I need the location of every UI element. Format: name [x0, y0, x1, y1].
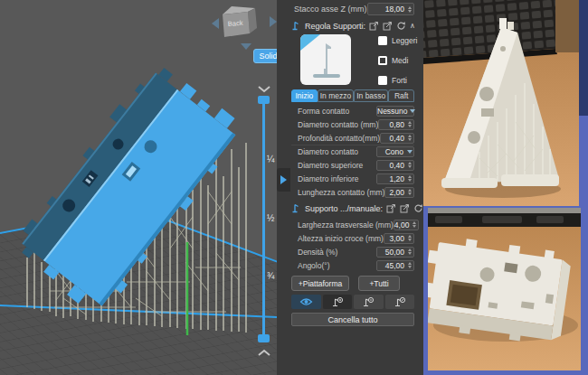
import-settings-icon[interactable]	[369, 21, 379, 31]
import-settings-icon[interactable]	[386, 203, 396, 213]
photo-printed-part-with-supports	[423, 0, 588, 206]
diametro-contatto-input[interactable]: 0,80	[378, 119, 414, 130]
tab-raft[interactable]: Raft	[388, 89, 414, 102]
layer-slider-handle-bottom[interactable]	[258, 334, 270, 342]
export-settings-icon[interactable]	[400, 203, 410, 213]
spinner-icon[interactable]	[406, 262, 413, 268]
lunghezza-contatto-input[interactable]: 2,00	[384, 187, 414, 198]
field-row: Larghezza trasversale (mm) 4,00	[291, 218, 414, 231]
build-scene[interactable]	[0, 0, 277, 375]
manual-section-title: Supporto .../manuale:	[305, 204, 383, 213]
diametro-superiore-input[interactable]: 0,40	[376, 160, 414, 171]
panel-collapse-button[interactable]	[277, 168, 290, 192]
field-row: Lunghezza contatto (mm) 2,00	[291, 185, 414, 199]
collapse-section-icon[interactable]: ∧	[410, 22, 415, 30]
diametro-inferiore-input[interactable]: 1,20	[376, 173, 414, 184]
support-icon	[291, 203, 301, 213]
spinner-icon[interactable]	[406, 162, 413, 168]
checkbox-leggeri[interactable]	[378, 36, 387, 45]
add-support-actions: +Piattaforma +Tutti	[291, 276, 414, 291]
weight-option-strong[interactable]: Forti	[378, 76, 417, 85]
supports-section-header: Regola Supporti: ∧	[291, 18, 414, 33]
weight-option-medium[interactable]: Medi	[378, 56, 417, 65]
add-support-tool-button[interactable]	[323, 295, 353, 309]
spinner-icon[interactable]	[406, 175, 413, 182]
layer-slider-track[interactable]	[262, 103, 265, 338]
support-section-tabs: Inizio In mezzo In basso Raft	[291, 89, 414, 102]
diametro-contatto-select[interactable]: Cono	[376, 146, 414, 157]
field-row: Altezza inizio croce (mm) 3,00	[291, 231, 414, 245]
angolo-input[interactable]: 45,00	[376, 260, 414, 271]
tab-in-basso[interactable]: In basso	[354, 89, 388, 102]
slider-label-half: ½	[267, 213, 274, 223]
reset-settings-icon[interactable]	[413, 203, 423, 213]
checkbox-medi[interactable]	[378, 56, 387, 65]
support-icon	[291, 21, 301, 31]
support-settings-panel: Stacco asse Z (mm) 18,00 Regola Supporti…	[277, 0, 423, 375]
remove-support-icon	[362, 296, 375, 308]
slider-chevron-up-icon[interactable]	[257, 349, 271, 357]
nav-cube[interactable]: Back	[206, 0, 277, 54]
manual-section-header: Supporto .../manuale: ∧	[291, 201, 414, 216]
rotate-left-arrow-icon	[212, 18, 219, 29]
export-settings-icon[interactable]	[383, 21, 393, 31]
slider-label-quarter: ¼	[267, 155, 274, 164]
eye-icon	[299, 297, 313, 306]
field-row: Diametro inferiore 1,20	[291, 172, 414, 185]
reset-settings-icon[interactable]	[396, 21, 406, 31]
spinner-icon[interactable]	[406, 135, 413, 141]
support-tools	[291, 295, 414, 309]
delete-support-icon	[394, 296, 406, 308]
add-all-supports-button[interactable]: +Tutti	[358, 276, 400, 291]
altezza-inizio-croce-input[interactable]: 3,00	[384, 233, 414, 244]
view-mode-button[interactable]: Solido	[253, 49, 277, 63]
profondita-contatto-input[interactable]: 0,40	[380, 133, 414, 144]
reference-photos	[423, 0, 588, 375]
field-row: Diametro superiore 0,40	[291, 158, 414, 172]
contact-fields: Forma contatto Nessuno Diametro contatto…	[291, 104, 414, 199]
chevron-down-icon	[405, 150, 413, 154]
weight-option-light[interactable]: Leggeri	[378, 36, 417, 45]
edit-support-tool-button[interactable]	[354, 295, 384, 309]
chevron-down-icon	[410, 109, 415, 113]
field-row: Profondità contatto(mm) 0,40	[291, 131, 414, 145]
rotate-right-arrow-icon	[270, 16, 277, 27]
support-type-body: Leggeri Medi Forti	[291, 34, 414, 89]
supports-section-title: Regola Supporti:	[305, 22, 365, 31]
manual-fields: Larghezza trasversale (mm) 4,00 Altezza …	[291, 218, 414, 272]
spinner-icon[interactable]	[406, 248, 413, 255]
z-detach-label: Stacco asse Z (mm)	[291, 5, 367, 14]
delete-support-tool-button[interactable]	[385, 295, 415, 309]
nav-cube-face-label: Back	[228, 19, 244, 28]
slicer-app: Back Solido ¼ ½ ¾ Stacco asse Z (mm) 18,…	[0, 0, 588, 375]
slider-chevron-down-icon[interactable]	[257, 85, 271, 93]
add-support-icon	[331, 296, 344, 308]
keyboard-in-photo	[423, 0, 561, 58]
photo-printed-part-flat	[428, 208, 581, 370]
rotate-down-arrow-icon	[241, 43, 251, 50]
spinner-icon[interactable]	[406, 235, 413, 241]
larghezza-trasversale-input[interactable]: 4,00	[394, 220, 420, 230]
spinner-icon[interactable]	[406, 121, 413, 127]
densita-input[interactable]: 50,00	[376, 247, 414, 258]
clear-all-supports-button[interactable]: Cancella tutto	[291, 313, 414, 326]
tab-in-mezzo[interactable]: In mezzo	[318, 89, 355, 102]
forma-contatto-select[interactable]: Nessuno	[376, 106, 414, 117]
spinner-icon[interactable]	[411, 221, 418, 228]
field-row: Densità (%) 50,00	[291, 245, 414, 258]
support-preview-thumbnail	[300, 34, 351, 85]
field-row: Angolo(°) 45,00	[291, 258, 414, 272]
z-detach-input[interactable]: 18,00	[367, 3, 414, 15]
spinner-icon[interactable]	[406, 6, 413, 13]
field-row: Diametro contatto (mm) 0,80	[291, 117, 414, 131]
slider-label-three-quarter: ¾	[267, 271, 274, 281]
tab-inizio[interactable]: Inizio	[291, 89, 318, 102]
layer-slider-handle-top[interactable]	[258, 96, 270, 104]
spinner-icon[interactable]	[406, 189, 413, 195]
z-detach-row: Stacco asse Z (mm) 18,00	[291, 2, 414, 16]
viewport-3d[interactable]: Back Solido ¼ ½ ¾	[0, 0, 277, 375]
field-row: Diametro contatto Cono	[291, 145, 414, 158]
add-platform-supports-button[interactable]: +Piattaforma	[291, 276, 349, 291]
toggle-supports-visibility-button[interactable]	[291, 295, 321, 309]
checkbox-forti[interactable]	[378, 76, 387, 85]
